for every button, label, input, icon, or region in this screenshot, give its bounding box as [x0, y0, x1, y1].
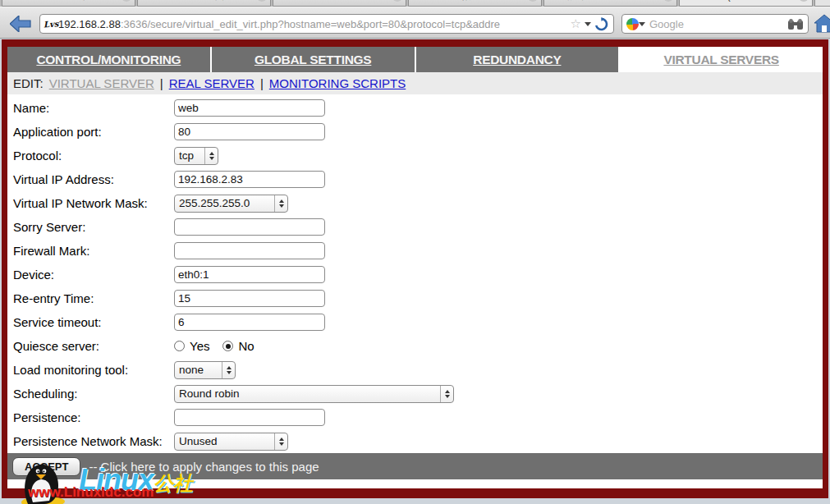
- form-row-persistence: Persistence:: [7, 405, 823, 429]
- service-timeout-field[interactable]: [174, 314, 325, 331]
- url-text: 192.168.2.88:3636/secure/virtual_edit_vi…: [58, 18, 571, 30]
- form-row-application-port: Application port:: [7, 120, 823, 144]
- search-input[interactable]: Google: [649, 18, 787, 30]
- tab-close-icon[interactable]: x: [799, 0, 809, 2]
- tab-close-icon[interactable]: x: [528, 0, 538, 2]
- device-label: Device:: [13, 268, 174, 282]
- accept-bar: ACCEPT -- Click here to apply changes to…: [7, 453, 823, 479]
- name-field[interactable]: [174, 99, 325, 117]
- quiesce-server-no-radio[interactable]: [222, 341, 233, 351]
- form-row-quiesce-server: Quiesce server:YesNo: [7, 334, 823, 358]
- device-field[interactable]: [174, 266, 325, 283]
- protocol-label: Protocol:: [13, 149, 174, 163]
- form-row-re-entry-time: Re-entry Time:: [7, 286, 823, 310]
- virtual-ip-network-mask-select[interactable]: 255.255.255.0: [174, 195, 288, 213]
- persistence-network-mask-label: Persistence Network Mask:: [13, 434, 174, 448]
- virtual-ip-network-mask-label: Virtual IP Network Mask:: [13, 196, 174, 210]
- sorry-server-field[interactable]: [174, 218, 325, 236]
- accept-button[interactable]: ACCEPT: [12, 457, 80, 476]
- form-row-firewall-mark: Firewall Mark:: [7, 239, 823, 263]
- edit-link-real-server[interactable]: REAL SERVER: [169, 76, 255, 90]
- virtual-server-form: Name:Application port:Protocol:tcpVirtua…: [7, 94, 823, 453]
- tab-redundancy[interactable]: REDUNDANCY: [416, 47, 619, 72]
- browser-tab-1[interactable]: RealServer配置文...x: [137, 0, 271, 7]
- bookmark-star-icon[interactable]: ☆: [571, 16, 581, 31]
- browser-tab-0[interactable]: RealServer - 分布...x: [2, 0, 135, 7]
- scheduling-select[interactable]: Round robin: [174, 385, 454, 403]
- select-spinner-icon: [222, 362, 235, 378]
- protocol-selected-value: tcp: [175, 149, 204, 162]
- separator: |: [160, 76, 163, 90]
- form-row-protocol: Protocol:tcp: [7, 144, 823, 167]
- main-nav: CONTROL/MONITORING GLOBAL SETTINGS REDUN…: [7, 47, 823, 72]
- browser-tab-label: Piranha (Virtual Ser...: [694, 0, 796, 2]
- browser-bottom-strip: [0, 498, 830, 504]
- home-button[interactable]: [814, 14, 830, 34]
- tab-close-icon[interactable]: x: [257, 0, 267, 2]
- application-port-field[interactable]: [174, 123, 325, 140]
- browser-tab-label: RealServer - 分布...: [16, 0, 118, 2]
- browser-toolbar: Lvs 192.168.2.88:3636/secure/virtual_edi…: [0, 7, 830, 39]
- browser-tab-2[interactable]: RealServer - Com...x: [273, 0, 406, 7]
- select-spinner-icon: [440, 386, 453, 402]
- select-spinner-icon: [274, 433, 287, 450]
- tab-close-icon[interactable]: x: [663, 0, 673, 2]
- sorry-server-label: Sorry Server:: [13, 220, 174, 234]
- edit-label: EDIT:: [13, 76, 44, 90]
- home-icon: [814, 14, 830, 34]
- form-row-virtual-ip-network-mask: Virtual IP Network Mask:255.255.255.0: [7, 191, 823, 215]
- tab-virtual-servers[interactable]: VIRTUAL SERVERS: [620, 47, 823, 72]
- browser-tab-5[interactable]: Piranha (Virtual Ser...x: [679, 0, 813, 7]
- search-engine-dropdown-icon[interactable]: [639, 22, 645, 26]
- tab-control-monitoring[interactable]: CONTROL/MONITORING: [7, 47, 210, 72]
- load-monitoring-tool-selected-value: none: [175, 364, 222, 376]
- browser-tab-strip: RealServer - 分布...xRealServer配置文...xReal…: [0, 0, 830, 7]
- form-row-service-timeout: Service timeout:: [7, 310, 823, 334]
- quiesce-server-yes-label: Yes: [190, 339, 209, 353]
- firewall-mark-field[interactable]: [174, 242, 325, 259]
- persistence-field[interactable]: [174, 409, 325, 426]
- persistence-network-mask-select[interactable]: Unused: [174, 433, 288, 451]
- url-input[interactable]: Lvs 192.168.2.88:3636/secure/virtual_edi…: [39, 14, 614, 34]
- google-icon: [626, 18, 639, 30]
- tab-close-icon[interactable]: x: [392, 0, 402, 2]
- browser-tab-label: LVS+NIC绑定 主机...: [423, 0, 525, 2]
- re-entry-time-field[interactable]: [174, 290, 325, 307]
- tab-global-settings[interactable]: GLOBAL SETTINGS: [212, 47, 415, 72]
- quiesce-server-yes-radio[interactable]: [174, 341, 185, 351]
- browser-tab-label: RealServer - Com...: [287, 0, 389, 2]
- back-button[interactable]: [8, 13, 33, 34]
- select-spinner-icon: [274, 195, 287, 212]
- edit-link-virtual-server: VIRTUAL SERVER: [49, 76, 154, 90]
- form-row-device: Device:: [7, 263, 823, 286]
- protocol-select[interactable]: tcp: [174, 147, 218, 165]
- form-row-name: Name:: [7, 96, 823, 120]
- piranha-page: CONTROL/MONITORING GLOBAL SETTINGS REDUN…: [2, 39, 828, 498]
- browser-tab-stub[interactable]: [814, 0, 830, 7]
- firewall-mark-label: Firewall Mark:: [13, 244, 174, 258]
- reload-icon[interactable]: [594, 17, 608, 31]
- binoculars-icon[interactable]: [787, 18, 804, 30]
- search-box[interactable]: Google: [621, 14, 809, 34]
- virtual-ip-address-field[interactable]: [174, 171, 325, 188]
- browser-tab-3[interactable]: LVS+NIC绑定 主机...x: [408, 0, 542, 7]
- back-arrow-icon: [10, 16, 31, 32]
- browser-tab-4[interactable]: 新浪邮箱x: [543, 0, 677, 7]
- name-label: Name:: [13, 101, 174, 115]
- quiesce-server-label: Quiesce server:: [13, 339, 174, 353]
- application-port-label: Application port:: [13, 125, 174, 139]
- edit-link-monitoring-scripts[interactable]: MONITORING SCRIPTS: [269, 76, 406, 90]
- tab-close-icon[interactable]: x: [122, 0, 131, 2]
- virtual-ip-network-mask-selected-value: 255.255.255.0: [175, 197, 274, 209]
- url-dropdown-icon[interactable]: [585, 22, 591, 26]
- separator: |: [260, 76, 264, 90]
- form-row-persistence-network-mask: Persistence Network Mask:Unused: [7, 429, 823, 453]
- form-row-load-monitoring-tool: Load monitoring tool:none: [7, 358, 823, 382]
- browser-tab-label: RealServer配置文...: [152, 0, 254, 2]
- scheduling-selected-value: Round robin: [175, 387, 440, 400]
- accept-hint: -- Click here to apply changes to this p…: [89, 460, 319, 474]
- load-monitoring-tool-select[interactable]: none: [174, 361, 236, 379]
- quiesce-server-radio-group: YesNo: [174, 339, 263, 353]
- persistence-network-mask-selected-value: Unused: [175, 435, 274, 447]
- edit-breadcrumb: EDIT: VIRTUAL SERVER | REAL SERVER | MON…: [7, 72, 823, 94]
